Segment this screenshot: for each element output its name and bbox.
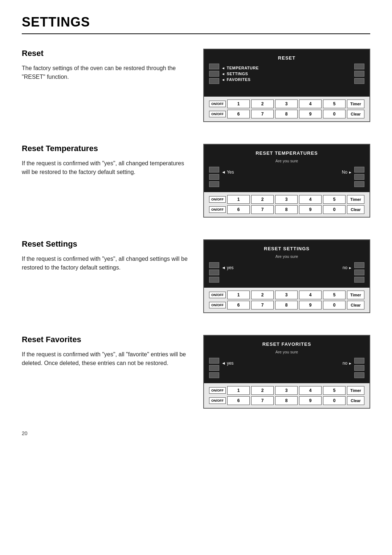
keypad-temps-clear[interactable]: Clear — [347, 205, 364, 214]
screen-favorites-left-btn-1[interactable] — [209, 358, 219, 364]
keypad-settings-3[interactable]: 3 — [275, 291, 298, 299]
yes-label-temps[interactable]: ◄ Yes — [221, 170, 234, 175]
keypad-temps-3[interactable]: 3 — [275, 195, 298, 204]
keypad-favorites-3[interactable]: 3 — [275, 386, 298, 395]
menu-item-settings[interactable]: ◄ SETTINGS — [221, 71, 352, 77]
keypad-settings-clear[interactable]: Clear — [347, 301, 364, 309]
keypad-reset-5[interactable]: 5 — [323, 100, 346, 108]
keypad-temps-9[interactable]: 9 — [299, 205, 322, 214]
keypad-favorites-6[interactable]: 6 — [227, 396, 250, 405]
arrow-no-temps: ► — [348, 170, 352, 174]
keypad-favorites-7[interactable]: 7 — [251, 396, 274, 405]
keypad-settings-onoff-1[interactable]: ON/OFF — [209, 292, 226, 298]
keypad-reset-1[interactable]: 1 — [227, 100, 250, 108]
keypad-favorites-9[interactable]: 9 — [299, 396, 322, 405]
keypad-settings-onoff-2[interactable]: ON/OFF — [209, 302, 226, 308]
keypad-settings-4[interactable]: 4 — [299, 291, 322, 299]
keypad-temps-7[interactable]: 7 — [251, 205, 274, 214]
screen-settings-left-btn-2[interactable] — [209, 270, 219, 275]
keypad-temps-timer[interactable]: Timer — [347, 195, 364, 204]
screen-reset-left-btn-1[interactable] — [209, 64, 219, 69]
screen-reset-right-btn-1[interactable] — [354, 64, 364, 69]
screen-favorites-right-btn-1[interactable] — [354, 358, 364, 364]
screen-temps-left-btn-1[interactable] — [209, 167, 219, 173]
keypad-temps-6[interactable]: 6 — [227, 205, 250, 214]
keypad-temps-row1: ON/OFF 1 2 3 4 5 Timer — [209, 195, 364, 204]
keypad-temps-onoff-2[interactable]: ON/OFF — [209, 206, 226, 213]
screen-temps-right-btn-3[interactable] — [354, 181, 364, 187]
section-settings-body: If the request is confirmed with "yes", … — [22, 255, 189, 272]
keypad-favorites-4[interactable]: 4 — [299, 386, 322, 395]
keypad-reset-9[interactable]: 9 — [299, 110, 322, 118]
keypad-reset-onoff-2[interactable]: ON/OFF — [209, 111, 226, 117]
keypad-settings-timer[interactable]: Timer — [347, 291, 364, 299]
keypad-favorites-onoff-1[interactable]: ON/OFF — [209, 387, 226, 394]
menu-item-temperature[interactable]: ◄ TEMPERATURE — [221, 65, 352, 71]
screen-settings-right-btn-3[interactable] — [354, 277, 364, 283]
keypad-favorites-onoff-2[interactable]: ON/OFF — [209, 397, 226, 404]
screen-favorites-left-btn-3[interactable] — [209, 372, 219, 378]
keypad-settings-1[interactable]: 1 — [227, 291, 250, 299]
section-reset-temperatures: Reset Temperatures If the request is con… — [22, 144, 370, 218]
keypad-favorites-5[interactable]: 5 — [323, 386, 346, 395]
keypad-favorites-8[interactable]: 8 — [275, 396, 298, 405]
keypad-settings-9[interactable]: 9 — [299, 301, 322, 309]
keypad-reset-3[interactable]: 3 — [275, 100, 298, 108]
keypad-reset-6[interactable]: 6 — [227, 110, 250, 118]
keypad-settings-8[interactable]: 8 — [275, 301, 298, 309]
screen-reset-left-btn-3[interactable] — [209, 78, 219, 84]
keypad-temps-4[interactable]: 4 — [299, 195, 322, 204]
keypad-temps-0[interactable]: 0 — [323, 205, 346, 214]
keypad-favorites-timer[interactable]: Timer — [347, 386, 364, 395]
no-label-favorites[interactable]: no ► — [343, 361, 352, 366]
no-label-settings[interactable]: no ► — [343, 265, 352, 270]
no-label-temps[interactable]: No ► — [342, 170, 352, 175]
screen-settings-right-buttons — [354, 262, 364, 283]
keypad-reset-0[interactable]: 0 — [323, 110, 346, 118]
keypad-favorites-clear[interactable]: Clear — [347, 396, 364, 405]
keypad-favorites-row1: ON/OFF 1 2 3 4 5 Timer — [209, 386, 364, 395]
keypad-temps-onoff-1[interactable]: ON/OFF — [209, 196, 226, 203]
keypad-reset-clear[interactable]: Clear — [347, 110, 364, 118]
keypad-reset-onoff-1[interactable]: ON/OFF — [209, 101, 226, 107]
oven-screen-temps: RESET TEMPERATURES Are you sure ◄ Yes — [204, 145, 369, 192]
arrow-temperature: ◄ — [221, 66, 225, 70]
keypad-settings-7[interactable]: 7 — [251, 301, 274, 309]
keypad-temps-8[interactable]: 8 — [275, 205, 298, 214]
screen-settings-left-btn-3[interactable] — [209, 277, 219, 283]
keypad-settings-6[interactable]: 6 — [227, 301, 250, 309]
screen-temps-left-btn-2[interactable] — [209, 174, 219, 180]
keypad-reset-timer[interactable]: Timer — [347, 100, 364, 108]
yes-label-favorites[interactable]: ◄ yes — [221, 361, 234, 366]
screen-reset-right-btn-2[interactable] — [354, 71, 364, 77]
screen-settings-left-btn-1[interactable] — [209, 262, 219, 268]
keypad-reset-4[interactable]: 4 — [299, 100, 322, 108]
screen-settings-left-buttons — [209, 262, 219, 283]
keypad-reset-2[interactable]: 2 — [251, 100, 274, 108]
keypad-reset-7[interactable]: 7 — [251, 110, 274, 118]
screen-reset-content: ◄ TEMPERATURE ◄ SETTINGS ◄ FAVORITES — [221, 64, 352, 84]
screen-settings-right-btn-2[interactable] — [354, 270, 364, 275]
screen-favorites-left-btn-2[interactable] — [209, 365, 219, 371]
screen-reset-right-btn-3[interactable] — [354, 78, 364, 84]
keypad-favorites-1[interactable]: 1 — [227, 386, 250, 395]
screen-reset-left-btn-2[interactable] — [209, 71, 219, 77]
screen-temps-left-btn-3[interactable] — [209, 181, 219, 187]
menu-item-favorites[interactable]: ◄ FAVORITES — [221, 77, 352, 82]
keypad-favorites-2[interactable]: 2 — [251, 386, 274, 395]
screen-settings-subtitle: Are you sure — [209, 254, 364, 259]
screen-settings-right-btn-1[interactable] — [354, 262, 364, 268]
keypad-favorites-0[interactable]: 0 — [323, 396, 346, 405]
keypad-reset-8[interactable]: 8 — [275, 110, 298, 118]
screen-temps-right-btn-1[interactable] — [354, 167, 364, 173]
keypad-settings-5[interactable]: 5 — [323, 291, 346, 299]
yes-label-settings[interactable]: ◄ yes — [221, 265, 234, 270]
keypad-settings-2[interactable]: 2 — [251, 291, 274, 299]
keypad-temps-2[interactable]: 2 — [251, 195, 274, 204]
screen-favorites-right-btn-2[interactable] — [354, 365, 364, 371]
keypad-temps-5[interactable]: 5 — [323, 195, 346, 204]
screen-favorites-right-btn-3[interactable] — [354, 372, 364, 378]
keypad-settings-0[interactable]: 0 — [323, 301, 346, 309]
screen-temps-right-btn-2[interactable] — [354, 174, 364, 180]
keypad-temps-1[interactable]: 1 — [227, 195, 250, 204]
